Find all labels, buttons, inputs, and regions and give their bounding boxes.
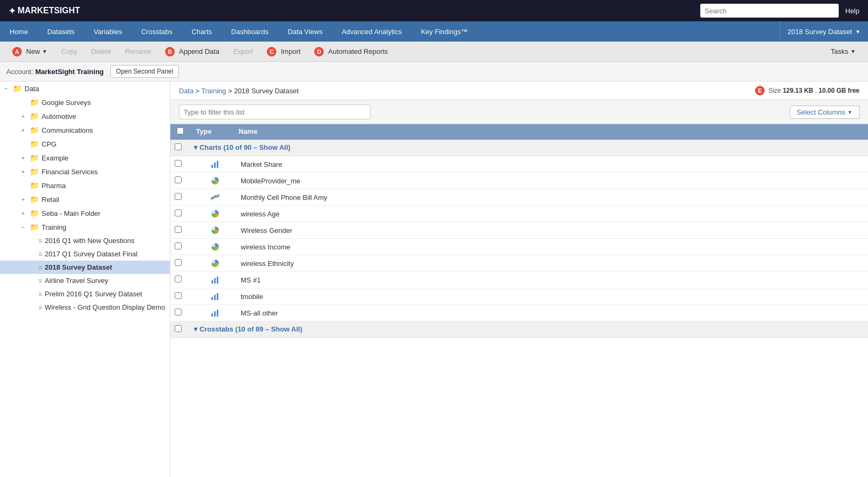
sidebar-item-financial-services[interactable]: + 📁 Financial Services: [0, 165, 170, 179]
nav-key-findings[interactable]: Key Findings™: [411, 21, 477, 42]
nav-crosstabs[interactable]: Crosstabs: [132, 21, 182, 42]
line-chart-icon: [194, 192, 236, 202]
breadcrumb: Data > Training > 2018 Survey Dataset E …: [170, 82, 868, 100]
select-columns-button[interactable]: Select Columns ▼: [790, 106, 859, 119]
delete-button[interactable]: Delete: [85, 45, 117, 58]
sidebar-item-automotive[interactable]: + 📁 Automotive: [0, 109, 170, 123]
open-second-panel-button[interactable]: Open Second Panel: [110, 65, 179, 78]
badge-c: C: [267, 47, 276, 56]
dataset-selector[interactable]: 2018 Survey Dataset ▼: [780, 21, 868, 42]
nav-charts[interactable]: Charts: [182, 21, 222, 42]
logo-star: ✦: [9, 6, 15, 16]
append-data-button[interactable]: B Append Data: [159, 44, 225, 59]
top-bar: ✦ MARKETSIGHT Help: [0, 0, 868, 21]
crosstabs-toggle[interactable]: ▾: [194, 325, 200, 333]
copy-button[interactable]: Copy: [55, 45, 83, 58]
help-link[interactable]: Help: [845, 7, 859, 15]
row-checkbox[interactable]: [175, 209, 182, 216]
search-input[interactable]: [700, 4, 839, 18]
row-checkbox[interactable]: [175, 160, 182, 167]
sidebar-item-retail[interactable]: + 📁 Retail: [0, 192, 170, 206]
charts-toggle[interactable]: ▾: [194, 143, 200, 151]
svg-rect-14: [211, 313, 213, 317]
sidebar-item-label: Airline Travel Survey: [45, 277, 108, 285]
row-checkbox[interactable]: [175, 176, 182, 183]
tasks-button[interactable]: Tasks ▼: [825, 45, 862, 58]
logo: ✦ MARKETSIGHT: [9, 6, 80, 16]
svg-rect-1: [214, 163, 216, 168]
file-icon-2018survey: ≡: [38, 264, 42, 271]
crosstabs-show-all[interactable]: Show All: [271, 325, 300, 333]
row-checkbox[interactable]: [175, 292, 182, 299]
folder-icon-cpg: 📁: [30, 140, 39, 148]
row-checkbox[interactable]: [175, 276, 182, 282]
svg-rect-0: [211, 165, 213, 168]
sidebar-item-2017q1[interactable]: ≡ 2017 Q1 Survey Dataset Final: [0, 247, 170, 261]
filter-input[interactable]: [179, 104, 371, 119]
sidebar-item-prelim[interactable]: ≡ Prelim 2016 Q1 Survey Dataset: [0, 287, 170, 301]
sidebar-item-google-surveys[interactable]: 📁 Google Surveys: [0, 95, 170, 109]
toggle-retail: +: [21, 196, 30, 203]
row-checkbox[interactable]: [175, 242, 182, 249]
sidebar-item-pharma[interactable]: 📁 Pharma: [0, 179, 170, 192]
breadcrumb-data[interactable]: Data: [179, 87, 193, 95]
table-row: MS #1: [170, 272, 868, 288]
automated-reports-button[interactable]: D Automated Reports: [308, 44, 394, 59]
row-name[interactable]: tmobile: [236, 293, 864, 301]
top-right: Help: [700, 4, 859, 18]
sidebar-item-label: Training: [42, 223, 66, 231]
select-all-checkbox[interactable]: [177, 127, 184, 134]
table-row: Market Share: [170, 156, 868, 173]
sidebar-item-airline[interactable]: ≡ Airline Travel Survey: [0, 274, 170, 287]
size-info: E Size 129.13 KB , 10.00 GB free: [755, 86, 859, 95]
row-name[interactable]: MS #1: [236, 276, 864, 284]
nav-dashboards[interactable]: Dashboards: [222, 21, 278, 42]
table-row: Wireless Gender: [170, 222, 868, 239]
row-checkbox[interactable]: [175, 309, 182, 316]
file-icon-prelim: ≡: [38, 290, 42, 298]
row-name[interactable]: MS-all other: [236, 309, 864, 317]
row-name[interactable]: wireless Age: [236, 210, 864, 218]
sidebar-item-communications[interactable]: + 📁 Communications: [0, 123, 170, 137]
charts-section-checkbox[interactable]: [175, 143, 182, 150]
content-area: Data > Training > 2018 Survey Dataset E …: [170, 82, 868, 477]
sidebar-item-wireless-grid[interactable]: ≡ Wireless - Grid Question Display Demo: [0, 301, 170, 314]
sidebar-item-seba[interactable]: + 📁 Seba - Main Folder: [0, 206, 170, 220]
badge-a: A: [12, 47, 22, 56]
new-button[interactable]: A New ▼: [6, 44, 53, 59]
breadcrumb-training[interactable]: Training: [201, 87, 226, 95]
sidebar-item-cpg[interactable]: 📁 CPG: [0, 137, 170, 151]
bar-chart-icon: [194, 159, 236, 169]
table-row: tmobile: [170, 288, 868, 305]
badge-d: D: [314, 47, 324, 56]
nav-datasets[interactable]: Datasets: [38, 21, 84, 42]
sidebar-item-2016q1[interactable]: ≡ 2016 Q1 with New Questions: [0, 234, 170, 247]
row-name[interactable]: wireless Ethnicity: [236, 260, 864, 268]
toggle-communications: +: [21, 127, 30, 133]
sidebar-item-2018survey[interactable]: ≡ 2018 Survey Dataset: [0, 261, 170, 274]
row-checkbox[interactable]: [175, 259, 182, 266]
import-button[interactable]: C Import: [261, 44, 306, 59]
row-name[interactable]: Wireless Gender: [236, 227, 864, 235]
nav-advanced-analytics[interactable]: Advanced Analytics: [332, 21, 412, 42]
row-name[interactable]: wireless Income: [236, 243, 864, 251]
crosstabs-section-checkbox[interactable]: [175, 325, 182, 332]
svg-rect-12: [214, 295, 216, 300]
charts-show-all[interactable]: Show All: [259, 143, 288, 151]
nav-variables[interactable]: Variables: [84, 21, 132, 42]
row-checkbox[interactable]: [175, 193, 182, 200]
row-name[interactable]: Monthly Cell Phone Bill Amy: [236, 193, 864, 201]
svg-rect-15: [214, 311, 216, 317]
rename-button[interactable]: Rename: [119, 45, 157, 58]
sidebar-item-training[interactable]: − 📁 Training: [0, 220, 170, 234]
export-button[interactable]: Export: [227, 45, 259, 58]
badge-b: B: [165, 47, 175, 56]
row-name[interactable]: MobileProvider_me: [236, 177, 864, 185]
row-name[interactable]: Market Share: [236, 160, 864, 168]
row-checkbox[interactable]: [175, 226, 182, 233]
sidebar-item-data[interactable]: − 📁 Data: [0, 82, 170, 95]
sidebar-item-example[interactable]: + 📁 Example: [0, 151, 170, 165]
nav-data-views[interactable]: Data Views: [278, 21, 332, 42]
nav-home[interactable]: Home: [0, 21, 38, 42]
svg-rect-9: [214, 278, 216, 284]
